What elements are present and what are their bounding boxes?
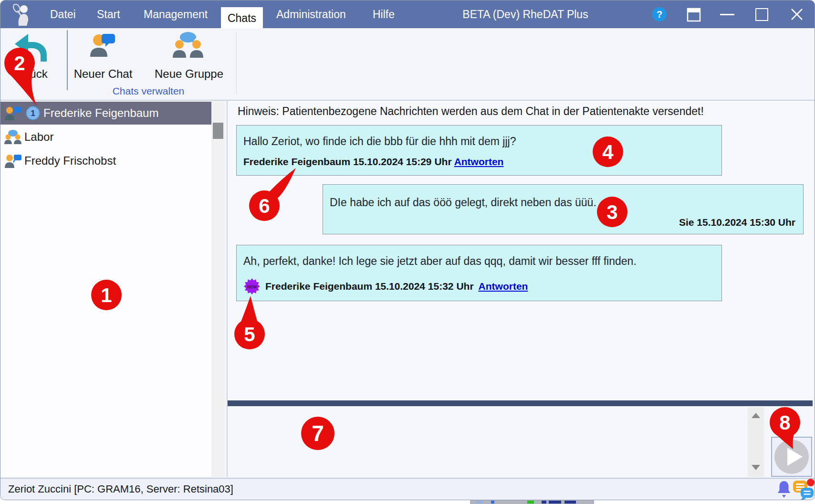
new-chat-button-label: Neuer Chat <box>67 67 139 81</box>
message-bubble-outgoing: DIe habe ich auf das ööö gelegt, direkt … <box>323 184 804 234</box>
new-chat-icon <box>89 32 117 60</box>
person-chat-icon <box>4 154 22 169</box>
new-message-badge-icon: NEW <box>243 278 261 295</box>
svg-text:1: 1 <box>101 284 112 306</box>
annotation-marker-4: 4 <box>592 136 624 168</box>
sidebar-scrollbar[interactable] <box>211 101 225 477</box>
scroll-down-icon[interactable] <box>752 465 760 470</box>
reply-link[interactable]: Antworten <box>454 156 504 167</box>
message-meta: Frederike Feigenbaum 15.10.2024 15:32 Uh… <box>265 281 474 292</box>
message-text: Hallo Zeriot, wo finde ich die bbb für d… <box>243 135 516 148</box>
chat-list-item-labor[interactable]: Labor <box>0 126 211 148</box>
message-text: DIe habe ich auf das ööö gelegt, direkt … <box>330 196 596 209</box>
sidebar-scrollbar-thumb[interactable] <box>213 123 223 139</box>
menu-administration[interactable]: Administration <box>276 0 346 28</box>
scroll-up-icon[interactable] <box>752 413 760 418</box>
svg-text:2: 2 <box>14 52 25 74</box>
input-scrollbar[interactable] <box>748 407 764 477</box>
annotation-marker-8: 8 <box>768 406 802 453</box>
dock-window-icon[interactable] <box>687 8 701 22</box>
status-user-info: Zeriot Zuccini [PC: GRAM16, Server: Rets… <box>8 479 233 500</box>
menu-management[interactable]: Management <box>144 0 208 28</box>
svg-text:3: 3 <box>606 201 617 223</box>
input-divider-bar <box>228 400 813 406</box>
annotation-marker-3: 3 <box>596 196 628 228</box>
menu-start[interactable]: Start <box>97 0 120 28</box>
ribbon-group-label: Chats verwalten <box>72 85 225 97</box>
help-icon[interactable]: ? <box>652 7 667 21</box>
menu-datei[interactable]: Datei <box>50 0 76 28</box>
svg-text:8: 8 <box>779 411 790 434</box>
chat-list-item-label: Labor <box>24 126 53 148</box>
close-icon[interactable] <box>790 7 804 21</box>
svg-text:5: 5 <box>244 323 255 346</box>
reply-link[interactable]: Antworten <box>479 281 528 292</box>
annotation-marker-2: 2 <box>2 46 41 109</box>
window-title: BETA (Dev) RheDAT Plus <box>444 0 606 28</box>
message-bubble-incoming: Ah, perfekt, danke! Ich lege sie jetzt a… <box>236 245 722 301</box>
message-meta: Sie 15.10.2024 15:30 Uhr <box>679 217 795 228</box>
new-group-button-label: Neue Gruppe <box>144 67 234 81</box>
annotation-marker-7: 7 <box>300 416 335 451</box>
chat-notification-icon[interactable] <box>793 479 815 500</box>
message-text: Ah, perfekt, danke! Ich lege sie jetzt a… <box>243 255 637 268</box>
status-bar: Zeriot Zuccini [PC: GRAM16, Server: Rets… <box>0 478 815 500</box>
svg-text:6: 6 <box>259 195 270 217</box>
new-group-icon <box>172 31 204 59</box>
group-chat-icon <box>4 129 22 145</box>
ribbon-group-separator <box>236 32 237 94</box>
svg-text:4: 4 <box>602 141 614 163</box>
chat-list-item-freddy[interactable]: Freddy Frischobst <box>0 149 211 172</box>
chat-list-item-label: Frederike Feigenbaum <box>43 102 158 125</box>
svg-text:NEW: NEW <box>247 284 257 289</box>
maximize-icon[interactable] <box>755 8 768 21</box>
annotation-marker-6: 6 <box>248 164 305 221</box>
bell-icon[interactable] <box>777 480 791 499</box>
menu-tab-chats-active[interactable]: Chats <box>221 7 263 28</box>
minimize-icon[interactable] <box>720 14 734 15</box>
svg-text:7: 7 <box>312 421 324 446</box>
app-window: Datei Start Management Chats Administrat… <box>0 0 815 500</box>
annotation-marker-5: 5 <box>233 294 266 351</box>
ribbon-separator <box>67 30 68 90</box>
app-logo-icon <box>12 4 32 26</box>
message-bubble-incoming: Hallo Zeriot, wo finde ich die bbb für d… <box>236 125 722 176</box>
annotation-marker-1: 1 <box>91 279 122 311</box>
taskbar-peek <box>470 500 594 504</box>
menu-hilfe[interactable]: Hilfe <box>373 0 395 28</box>
title-bar: Datei Start Management Chats Administrat… <box>0 0 815 28</box>
chat-list-item-label: Freddy Frischobst <box>24 149 116 172</box>
ribbon-toolbar: Zurück Neuer Chat Neue Gruppe Chats verw… <box>0 28 815 100</box>
patient-hint-text: Hinweis: Patientenbezogene Nachrichten w… <box>238 105 704 118</box>
